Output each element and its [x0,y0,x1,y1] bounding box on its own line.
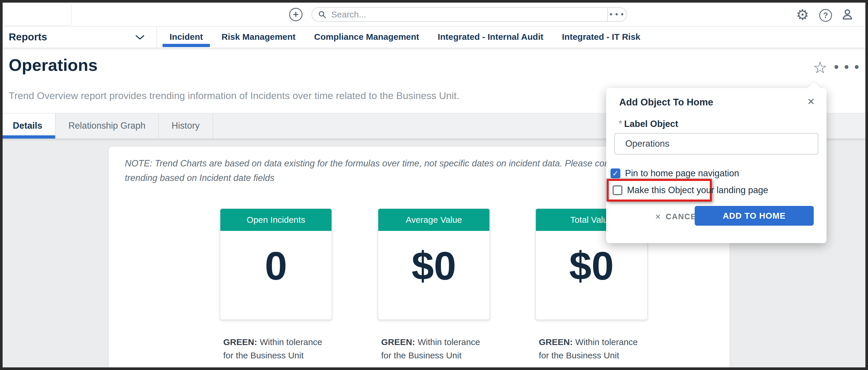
search-icon [318,10,327,19]
cancel-x-icon: ✕ [655,213,661,221]
page-subtitle: Trend Overview report provides trending … [9,90,459,101]
plus-icon: + [293,9,299,20]
close-icon: ✕ [807,96,815,107]
person-icon [841,8,854,21]
status-line1: Within tolerance [260,337,322,347]
kpi-card-open-incidents[interactable]: Open Incidents 0 [220,208,332,320]
favorite-button[interactable]: ☆ [813,58,827,77]
page-actions-button[interactable]: ••• [833,60,863,74]
dialog-title: Add Object To Home [619,97,713,108]
user-profile-button[interactable] [841,8,854,22]
kpi-card-title: Open Incidents [220,209,332,231]
pin-to-home-row[interactable]: ✓ Pin to home page navigation [611,168,739,179]
star-icon: ☆ [813,58,827,77]
ellipsis-icon: ••• [833,60,863,74]
tab-details[interactable]: Details [0,114,56,138]
add-to-home-button[interactable]: ADD TO HOME [695,206,814,226]
status-line1: Within tolerance [576,337,638,347]
search-input[interactable] [331,8,607,21]
kpi-status-text: GREEN:Within tolerance for the Business … [539,335,649,362]
pin-checkbox[interactable]: ✓ [611,168,620,178]
status-line2: for the Business Unit [223,349,334,362]
kpi-card-average-value[interactable]: Average Value $0 [378,208,490,320]
create-button[interactable]: + [289,8,303,21]
reports-dropdown[interactable]: Reports [9,27,47,47]
status-prefix: GREEN: [223,337,257,347]
report-nav-row: Reports Incident Risk Management Complia… [0,26,868,48]
label-object-label: *Label Object [618,118,678,130]
close-button[interactable]: ✕ [807,96,815,107]
search-options-button[interactable]: ••• [607,8,626,21]
annotation-highlight-box: Make this Object your landing page [607,179,712,202]
label-object-input[interactable] [614,133,818,155]
report-tabs: Incident Risk Management Compliance Mana… [160,27,650,47]
tab-incident[interactable]: Incident [160,27,212,47]
kpi-card-value: $0 [378,231,490,301]
status-line2: for the Business Unit [381,349,492,362]
kpi-card-title: Average Value [378,209,490,231]
landing-page-checkbox-label: Make this Object your landing page [627,185,768,195]
tab-integrated-it-risk[interactable]: Integrated - IT Risk [553,27,650,47]
status-prefix: GREEN: [381,337,415,347]
pin-checkbox-label: Pin to home page navigation [625,168,739,179]
landing-page-checkbox[interactable] [613,185,622,195]
add-object-to-home-dialog: Add Object To Home ✕ *Label Object ✓ Pin… [606,88,827,243]
tab-compliance-management[interactable]: Compliance Management [305,27,429,47]
search-bar[interactable]: ••• [311,7,627,22]
question-icon: ? [823,11,828,20]
status-line1: Within tolerance [418,337,480,347]
status-line2: for the Business Unit [539,349,649,362]
tab-history[interactable]: History [159,114,213,138]
top-bar: + ••• ⚙ ? [0,0,868,26]
tab-risk-management[interactable]: Risk Management [212,27,305,47]
gear-icon: ⚙ [796,6,809,23]
status-prefix: GREEN: [539,337,573,347]
chevron-down-icon[interactable] [135,35,145,40]
settings-button[interactable]: ⚙ [796,6,809,23]
page-title: Operations [9,55,97,74]
nav-divider [156,27,157,48]
ellipsis-icon: ••• [609,10,626,19]
help-button[interactable]: ? [819,9,832,22]
tab-relationship-graph[interactable]: Relationship Graph [56,114,159,138]
kpi-status-text: GREEN:Within tolerance for the Business … [381,335,492,362]
app-window: + ••• ⚙ ? Reports [0,0,868,370]
kpi-card-value: 0 [220,231,332,301]
tab-integrated-internal-audit[interactable]: Integrated - Internal Audit [429,27,553,47]
check-icon: ✓ [612,169,619,178]
required-marker: * [618,118,622,130]
kpi-status-text: GREEN:Within tolerance for the Business … [223,335,334,362]
logo-placeholder [3,3,72,26]
